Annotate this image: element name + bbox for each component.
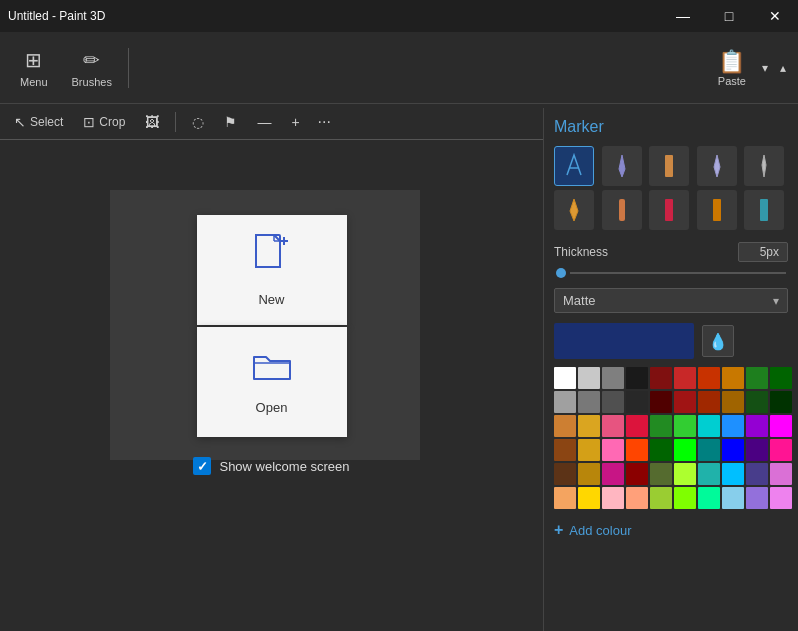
color-cell[interactable]: [650, 487, 672, 509]
color-cell[interactable]: [650, 415, 672, 437]
more-tools-button[interactable]: ···: [318, 113, 331, 131]
minimize-button[interactable]: —: [660, 0, 706, 32]
color-cell[interactable]: [770, 391, 792, 413]
thickness-value[interactable]: 5px: [738, 242, 788, 262]
color-cell[interactable]: [674, 415, 696, 437]
color-cell[interactable]: [578, 487, 600, 509]
color-cell[interactable]: [722, 391, 744, 413]
color-cell[interactable]: [578, 367, 600, 389]
open-card[interactable]: Open: [197, 327, 347, 437]
brush-cell-5[interactable]: [744, 146, 784, 186]
color-cell[interactable]: [626, 487, 648, 509]
color-cell[interactable]: [626, 415, 648, 437]
color-cell[interactable]: [722, 463, 744, 485]
color-cell[interactable]: [746, 367, 768, 389]
color-cell[interactable]: [578, 391, 600, 413]
color-cell[interactable]: [674, 487, 696, 509]
color-cell[interactable]: [554, 439, 576, 461]
color-cell[interactable]: [698, 415, 720, 437]
matte-label: Matte: [563, 293, 596, 308]
color-cell[interactable]: [626, 367, 648, 389]
color-cell[interactable]: [698, 463, 720, 485]
main-color-swatch[interactable]: [554, 323, 694, 359]
paste-button[interactable]: 📋 Paste: [710, 45, 754, 91]
plus-tool[interactable]: +: [285, 112, 305, 132]
color-cell[interactable]: [602, 367, 624, 389]
color-cell[interactable]: [770, 439, 792, 461]
toolbar-chevron-up[interactable]: ▴: [776, 57, 790, 79]
color-cell[interactable]: [722, 487, 744, 509]
brush-cell-9[interactable]: [697, 190, 737, 230]
color-cell[interactable]: [698, 487, 720, 509]
lasso-tool[interactable]: ◌: [186, 112, 210, 132]
brush-cell-4[interactable]: [697, 146, 737, 186]
brush-cell-3[interactable]: [649, 146, 689, 186]
color-cell[interactable]: [554, 415, 576, 437]
color-cell[interactable]: [650, 463, 672, 485]
add-colour-button[interactable]: + Add colour: [554, 517, 788, 543]
color-cell[interactable]: [554, 367, 576, 389]
crop-tool[interactable]: ⊡ Crop: [77, 112, 131, 132]
color-cell[interactable]: [698, 391, 720, 413]
color-cell[interactable]: [650, 439, 672, 461]
color-cell[interactable]: [650, 391, 672, 413]
brush-cell-6[interactable]: [554, 190, 594, 230]
thickness-slider[interactable]: [554, 268, 788, 278]
color-cell[interactable]: [626, 391, 648, 413]
flag-tool[interactable]: ⚑: [218, 112, 243, 132]
color-cell[interactable]: [674, 439, 696, 461]
color-cell[interactable]: [770, 367, 792, 389]
color-cell[interactable]: [674, 463, 696, 485]
color-cell[interactable]: [746, 463, 768, 485]
minus-tool[interactable]: —: [251, 112, 277, 132]
brushes-label: Brushes: [72, 76, 112, 88]
color-cell[interactable]: [554, 487, 576, 509]
color-cell[interactable]: [698, 367, 720, 389]
maximize-button[interactable]: □: [706, 0, 752, 32]
brushes-button[interactable]: ✏ Brushes: [60, 44, 124, 92]
brush-cell-10[interactable]: [744, 190, 784, 230]
welcome-panel: New Open ✓ Show welcome screen: [193, 215, 349, 475]
brush-cell-1[interactable]: [554, 146, 594, 186]
color-cell[interactable]: [770, 415, 792, 437]
color-cell[interactable]: [554, 463, 576, 485]
color-cell[interactable]: [698, 439, 720, 461]
color-cell[interactable]: [674, 367, 696, 389]
color-cell[interactable]: [746, 415, 768, 437]
eyedropper-button[interactable]: 💧: [702, 325, 734, 357]
color-cell[interactable]: [722, 439, 744, 461]
color-cell[interactable]: [578, 439, 600, 461]
color-cell[interactable]: [722, 367, 744, 389]
color-cell[interactable]: [602, 415, 624, 437]
brush-cell-7[interactable]: [602, 190, 642, 230]
show-welcome-checkbox[interactable]: ✓ Show welcome screen: [193, 457, 349, 475]
color-cell[interactable]: [746, 391, 768, 413]
color-cell[interactable]: [602, 487, 624, 509]
color-cell[interactable]: [578, 463, 600, 485]
color-cell[interactable]: [674, 391, 696, 413]
color-cell[interactable]: [770, 463, 792, 485]
select-label: Select: [30, 115, 63, 129]
color-cell[interactable]: [578, 415, 600, 437]
close-button[interactable]: ✕: [752, 0, 798, 32]
brush-cell-2[interactable]: [602, 146, 642, 186]
color-cell[interactable]: [626, 463, 648, 485]
select-tool[interactable]: ↖ Select: [8, 112, 69, 132]
color-cell[interactable]: [650, 367, 672, 389]
color-cell[interactable]: [746, 487, 768, 509]
color-cell[interactable]: [554, 391, 576, 413]
color-cell[interactable]: [770, 487, 792, 509]
menu-button[interactable]: ⊞ Menu: [8, 44, 60, 92]
color-cell[interactable]: [602, 439, 624, 461]
color-cell[interactable]: [602, 463, 624, 485]
color-cell[interactable]: [746, 439, 768, 461]
color-cell[interactable]: [626, 439, 648, 461]
new-card[interactable]: New: [197, 215, 347, 325]
matte-dropdown[interactable]: Matte ▾: [554, 288, 788, 313]
checkbox-label: Show welcome screen: [219, 459, 349, 474]
brush-cell-8[interactable]: [649, 190, 689, 230]
toolbar-chevron-down[interactable]: ▾: [758, 57, 772, 79]
color-cell[interactable]: [722, 415, 744, 437]
color-cell[interactable]: [602, 391, 624, 413]
image-tool[interactable]: 🖼: [139, 112, 165, 132]
